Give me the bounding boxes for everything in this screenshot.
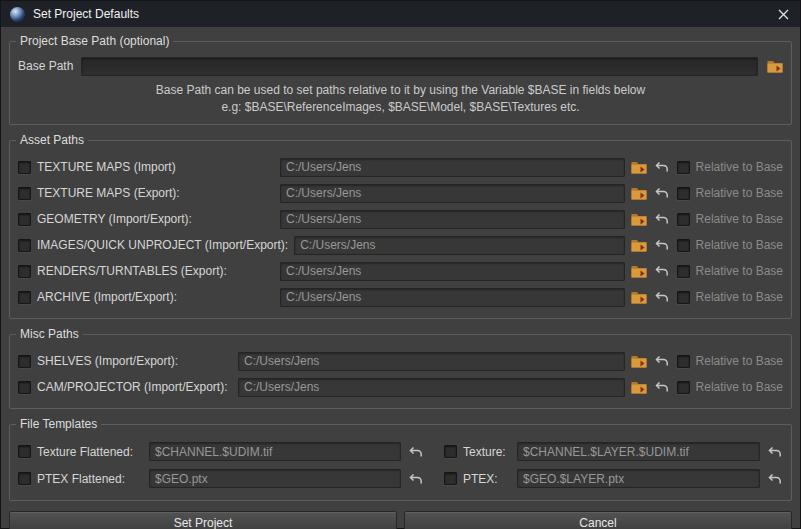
reset-undo-icon[interactable] xyxy=(654,380,671,395)
path-input[interactable] xyxy=(238,378,625,397)
template-label: Texture Flattened: xyxy=(37,445,143,459)
template-input[interactable] xyxy=(149,469,401,488)
reset-undo-icon[interactable] xyxy=(654,354,671,369)
reset-undo-icon[interactable] xyxy=(407,444,424,459)
enable-checkbox[interactable] xyxy=(18,213,31,226)
browse-folder-icon[interactable] xyxy=(631,354,648,369)
relative-checkbox[interactable] xyxy=(677,161,690,174)
relative-label: Relative to Base xyxy=(696,238,783,252)
browse-folder-icon[interactable] xyxy=(631,290,648,305)
browse-folder-icon[interactable] xyxy=(631,238,648,253)
relative-checkbox[interactable] xyxy=(677,265,690,278)
asset-path-row-texture-maps-export: TEXTURE MAPS (Export): Relative to Base xyxy=(18,180,783,206)
relative-checkbox[interactable] xyxy=(677,239,690,252)
enable-checkbox[interactable] xyxy=(18,355,31,368)
relative-checkbox[interactable] xyxy=(677,291,690,304)
enable-checkbox[interactable] xyxy=(18,265,31,278)
enable-checkbox[interactable] xyxy=(444,472,457,485)
relative-label: Relative to Base xyxy=(696,160,783,174)
enable-checkbox[interactable] xyxy=(18,239,31,252)
relative-label: Relative to Base xyxy=(696,212,783,226)
relative-label: Relative to Base xyxy=(696,290,783,304)
enable-checkbox[interactable] xyxy=(18,291,31,304)
window-title: Set Project Defaults xyxy=(33,7,139,21)
base-path-row: Base Path xyxy=(18,55,783,77)
asset-path-row-texture-maps-import: TEXTURE MAPS (Import) Relative to Base xyxy=(18,154,783,180)
relative-label: Relative to Base xyxy=(696,380,783,394)
template-label: Texture: xyxy=(463,445,511,459)
group-file-templates: File Templates Texture Flattened: Textur… xyxy=(9,424,792,501)
path-label: GEOMETRY (Import/Export): xyxy=(37,212,274,226)
relative-label: Relative to Base xyxy=(696,186,783,200)
reset-undo-icon[interactable] xyxy=(654,264,671,279)
asset-path-row-geometry: GEOMETRY (Import/Export): Relative to Ba… xyxy=(18,206,783,232)
titlebar: Set Project Defaults xyxy=(1,1,800,27)
reset-undo-icon[interactable] xyxy=(766,471,783,486)
group-project-base-path: Project Base Path (optional) Base Path B… xyxy=(9,41,792,125)
path-input[interactable] xyxy=(280,210,625,229)
browse-folder-icon[interactable] xyxy=(766,59,783,74)
path-label: TEXTURE MAPS (Import) xyxy=(37,160,274,174)
reset-undo-icon[interactable] xyxy=(654,238,671,253)
relative-checkbox[interactable] xyxy=(677,213,690,226)
app-icon xyxy=(10,7,25,22)
browse-folder-icon[interactable] xyxy=(631,380,648,395)
reset-undo-icon[interactable] xyxy=(407,471,424,486)
path-input[interactable] xyxy=(280,288,625,307)
template-row-texture: Texture Flattened: Texture: xyxy=(18,438,783,465)
enable-checkbox[interactable] xyxy=(18,161,31,174)
path-label: IMAGES/QUICK UNPROJECT (Import/Export): xyxy=(37,238,288,252)
browse-folder-icon[interactable] xyxy=(631,160,648,175)
path-input[interactable] xyxy=(294,236,624,255)
browse-folder-icon[interactable] xyxy=(631,186,648,201)
enable-checkbox[interactable] xyxy=(444,445,457,458)
path-input[interactable] xyxy=(238,352,625,371)
path-label: ARCHIVE (Import/Export): xyxy=(37,290,274,304)
dialog-content: Project Base Path (optional) Base Path B… xyxy=(1,27,800,511)
group-title: Asset Paths xyxy=(16,133,88,147)
reset-undo-icon[interactable] xyxy=(766,444,783,459)
relative-label: Relative to Base xyxy=(696,354,783,368)
asset-path-row-images-quick-unproject: IMAGES/QUICK UNPROJECT (Import/Export): … xyxy=(18,232,783,258)
base-path-input[interactable] xyxy=(81,57,758,76)
browse-folder-icon[interactable] xyxy=(631,264,648,279)
asset-path-row-renders-turntables: RENDERS/TURNTABLES (Export): Relative to… xyxy=(18,258,783,284)
group-title: Misc Paths xyxy=(16,327,83,341)
reset-undo-icon[interactable] xyxy=(654,186,671,201)
path-label: TEXTURE MAPS (Export): xyxy=(37,186,274,200)
path-label: CAM/PROJECTOR (Import/Export): xyxy=(37,380,232,394)
relative-label: Relative to Base xyxy=(696,264,783,278)
base-path-label: Base Path xyxy=(18,59,73,73)
path-label: SHELVES (Import/Export): xyxy=(37,354,232,368)
template-input[interactable] xyxy=(517,469,760,488)
path-input[interactable] xyxy=(280,184,625,203)
misc-path-row-cam-projector: CAM/PROJECTOR (Import/Export): Relative … xyxy=(18,374,783,400)
enable-checkbox[interactable] xyxy=(18,381,31,394)
enable-checkbox[interactable] xyxy=(18,187,31,200)
template-label: PTEX: xyxy=(463,472,511,486)
reset-undo-icon[interactable] xyxy=(654,290,671,305)
browse-folder-icon[interactable] xyxy=(631,212,648,227)
reset-undo-icon[interactable] xyxy=(654,212,671,227)
relative-checkbox[interactable] xyxy=(677,187,690,200)
path-input[interactable] xyxy=(280,158,625,177)
base-path-help-line1: Base Path can be used to set paths relat… xyxy=(18,82,783,99)
close-icon[interactable] xyxy=(775,6,791,22)
relative-checkbox[interactable] xyxy=(677,355,690,368)
set-project-button[interactable]: Set Project xyxy=(9,511,397,529)
relative-checkbox[interactable] xyxy=(677,381,690,394)
enable-checkbox[interactable] xyxy=(18,472,31,485)
group-title: File Templates xyxy=(16,417,101,431)
group-title: Project Base Path (optional) xyxy=(16,34,173,48)
set-project-defaults-dialog: Set Project Defaults Project Base Path (… xyxy=(0,0,801,529)
path-input[interactable] xyxy=(280,262,625,281)
template-input[interactable] xyxy=(149,442,401,461)
template-input[interactable] xyxy=(517,442,760,461)
group-misc-paths: Misc Paths SHELVES (Import/Export): Rela… xyxy=(9,334,792,409)
template-row-ptex: PTEX Flattened: PTEX: xyxy=(18,465,783,492)
cancel-button[interactable]: Cancel xyxy=(404,511,792,529)
dialog-footer: Set Project Cancel xyxy=(1,511,800,529)
enable-checkbox[interactable] xyxy=(18,445,31,458)
misc-path-row-shelves: SHELVES (Import/Export): Relative to Bas… xyxy=(18,348,783,374)
reset-undo-icon[interactable] xyxy=(654,160,671,175)
